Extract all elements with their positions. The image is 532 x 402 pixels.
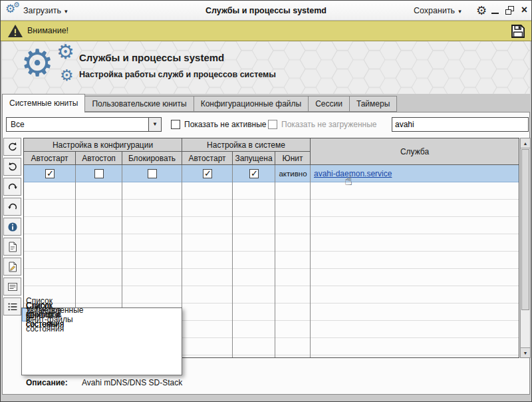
autostart-system-checkbox[interactable]	[203, 169, 212, 178]
show-unloaded-checkbox[interactable]	[268, 120, 277, 129]
titlebar: ⚙ ⚙ Службы и процессы systemd Загрузить▾…	[1, 1, 531, 21]
menu-list-icon	[7, 302, 18, 312]
description-label: Описание:	[26, 378, 68, 387]
header-block: Блокировать	[122, 152, 182, 165]
edit-file-icon	[7, 262, 18, 272]
show-inactive-checkbox[interactable]	[171, 120, 180, 129]
settings-gear-button[interactable]: ⚙	[473, 3, 489, 19]
info-icon	[7, 222, 18, 232]
banner-subtitle: Настройка работы служб и процессов систе…	[79, 70, 276, 79]
close-button[interactable]: ×	[519, 1, 530, 21]
load-menu-label: Загрузить	[23, 6, 61, 15]
block-checkbox[interactable]	[148, 169, 157, 178]
reload-button[interactable]	[3, 158, 21, 176]
restart-icon	[7, 182, 18, 192]
minimize-icon	[491, 13, 499, 14]
logo-gear-icon: ⚙	[60, 68, 74, 83]
autostop-checkbox[interactable]	[94, 169, 104, 178]
save-file-icon[interactable]	[510, 23, 526, 39]
hexagon-pattern	[2, 41, 530, 94]
refresh-icon	[7, 142, 18, 152]
service-link[interactable]: avahi-daemon.service	[314, 165, 392, 182]
restore-icon	[505, 9, 511, 15]
edit-file-button[interactable]	[3, 258, 21, 276]
maximize-button[interactable]	[505, 6, 514, 15]
tab-config-files[interactable]: Конфигурационные файлы	[194, 96, 309, 112]
logo-gear-icon: ⚙	[57, 42, 74, 62]
scroll-down-button[interactable]: ▼	[521, 347, 530, 357]
scroll-up-button[interactable]: ▲	[521, 138, 530, 148]
minimize-button[interactable]	[491, 6, 499, 15]
scrollbar-thumb[interactable]	[521, 149, 529, 310]
combobox-arrow-button[interactable]: ▼	[148, 118, 161, 131]
unit-filter-value: Все	[11, 118, 25, 131]
hand-cursor-icon: ☝	[344, 172, 352, 188]
warning-bar: Внимание!	[1, 21, 531, 41]
view-file-button[interactable]	[3, 238, 21, 256]
tab-user-units[interactable]: Пользовательские юниты	[84, 96, 194, 112]
banner-title: Службы и процессы systemd	[79, 52, 224, 63]
header-unit: Юнит	[275, 152, 311, 165]
list-box-icon	[7, 282, 18, 292]
header-service: Служба	[311, 138, 519, 165]
warning-icon	[7, 24, 23, 38]
tab-sessions[interactable]: Сессии	[308, 96, 350, 112]
header-running: Запущена	[233, 152, 275, 165]
app-banner: ⚙ ⚙ ⚙ Службы и процессы systemd Настройк…	[2, 41, 530, 94]
load-menu-button[interactable]: Загрузить▾	[23, 1, 68, 21]
autostart-config-checkbox[interactable]	[45, 169, 55, 178]
tab-system-units[interactable]: Системные юниты	[2, 94, 85, 112]
vertical-scrollbar[interactable]: ▲ ▼	[520, 138, 531, 358]
chevron-down-icon: ▾	[458, 8, 462, 15]
reports-context-menu: Статус сервисов системы Установленные юн…	[21, 307, 182, 375]
column-divider	[275, 165, 275, 357]
warning-text: Внимание!	[27, 21, 68, 41]
header-autostart-config: Автостарт	[24, 152, 76, 165]
show-unloaded-label: Показать не загруженные	[281, 117, 376, 132]
search-input[interactable]	[392, 117, 529, 132]
app-window: ⚙ ⚙ Службы и процессы systemd Загрузить▾…	[0, 0, 532, 402]
running-checkbox[interactable]	[249, 169, 259, 178]
tab-bar: Системные юниты Пользовательские юниты К…	[2, 94, 397, 112]
undo-icon	[7, 202, 18, 212]
column-divider	[232, 165, 233, 357]
tab-timers[interactable]: Таймеры	[349, 96, 397, 112]
menu-button[interactable]	[3, 298, 21, 315]
undo-button[interactable]	[3, 198, 21, 216]
save-menu-button[interactable]: Сохранить▾	[414, 1, 462, 21]
logo-gear-icon: ⚙	[21, 45, 54, 82]
reload-icon	[7, 162, 18, 172]
menu-item-label: Список таймеров и состояния	[26, 296, 64, 333]
column-divider	[310, 165, 311, 357]
chevron-down-icon: ▾	[65, 8, 68, 15]
info-button[interactable]	[3, 218, 21, 236]
header-autostart-system: Автостарт	[182, 152, 233, 165]
description-value: Avahi mDNS/DNS SD-Stack	[82, 378, 182, 387]
save-menu-label: Сохранить	[414, 6, 455, 15]
file-icon	[7, 242, 18, 252]
header-config-group: Настройка в конфигурации	[24, 138, 182, 152]
unit-state: активно	[275, 165, 311, 182]
unit-filter-combobox[interactable]: Все ▼	[6, 117, 162, 132]
restart-button[interactable]	[3, 178, 21, 196]
list-report-button[interactable]	[3, 278, 21, 296]
header-system-group: Настройка в системе	[182, 138, 311, 152]
refresh-button[interactable]	[3, 138, 21, 156]
show-inactive-label[interactable]: Показать не активные	[184, 117, 267, 132]
menu-item-timers-list[interactable]: Список таймеров и состояния	[22, 308, 30, 321]
header-autostop: Автостоп	[76, 152, 122, 165]
